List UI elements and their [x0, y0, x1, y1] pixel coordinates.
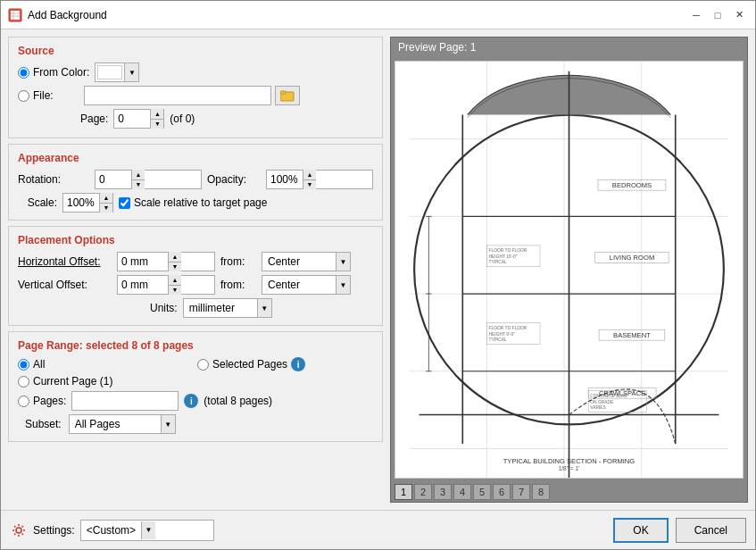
gear-icon: [12, 523, 26, 538]
svg-text:TYPICAL: TYPICAL: [489, 260, 508, 264]
h-offset-arrows: ▲ ▼: [168, 252, 181, 271]
all-label: All: [33, 358, 45, 371]
v-from-dropdown-arrow[interactable]: ▼: [336, 276, 350, 294]
maximize-button[interactable]: □: [709, 6, 727, 24]
source-title: Source: [18, 45, 373, 57]
preview-tab-2[interactable]: 2: [414, 484, 432, 500]
total-pages-label: (total 8 pages): [204, 395, 272, 407]
preview-tab-1[interactable]: 1: [395, 484, 412, 500]
h-offset-input[interactable]: 0 mm: [118, 253, 168, 271]
subset-dropdown-arrow[interactable]: ▼: [161, 415, 175, 433]
title-bar: Add Background ─ □ ✕: [1, 1, 755, 29]
rotation-label: Rotation:: [18, 173, 89, 186]
pages-radio[interactable]: [18, 396, 29, 407]
units-dropdown-arrow[interactable]: ▼: [257, 299, 271, 317]
svg-rect-6: [280, 91, 286, 94]
from-color-radio[interactable]: [18, 67, 29, 79]
preview-tab-3[interactable]: 3: [434, 484, 452, 500]
pages-radio-label[interactable]: Pages:: [18, 395, 66, 407]
h-from-select[interactable]: Center ▼: [262, 252, 351, 271]
minimize-button[interactable]: ─: [687, 6, 705, 24]
file-path-input[interactable]: [84, 86, 271, 105]
svg-text:LIVING ROOM: LIVING ROOM: [610, 254, 655, 262]
opacity-input[interactable]: 100%: [267, 171, 303, 188]
v-offset-spinner[interactable]: 0 mm ▲ ▼: [117, 275, 215, 295]
svg-text:BASEMENT: BASEMENT: [613, 331, 651, 339]
opacity-up-btn[interactable]: ▲: [303, 170, 316, 180]
preview-panel: Preview Page: 1: [390, 37, 748, 503]
page-spinner-arrows: ▲ ▼: [150, 109, 163, 129]
preview-tab-8[interactable]: 8: [532, 484, 550, 500]
subset-select[interactable]: All Pages ▼: [69, 414, 176, 434]
footer: Settings: <Custom> ▼ OK Cancel: [1, 510, 755, 549]
cancel-button[interactable]: Cancel: [676, 518, 746, 543]
svg-text:HEIGHT 9'-0": HEIGHT 9'-0": [489, 332, 516, 337]
v-offset-down-btn[interactable]: ▼: [169, 286, 181, 296]
page-range-section: Page Range: selected 8 of 8 pages All Se…: [8, 331, 383, 442]
rotation-arrows: ▲ ▼: [131, 170, 145, 189]
h-offset-down-btn[interactable]: ▼: [169, 262, 181, 272]
scale-input[interactable]: 100%: [63, 194, 99, 212]
scale-up-btn[interactable]: ▲: [100, 193, 112, 204]
color-picker-btn[interactable]: ▼: [95, 62, 139, 82]
preview-tab-6[interactable]: 6: [493, 484, 511, 500]
file-row: File:: [18, 86, 373, 105]
svg-text:BEDROOMS: BEDROOMS: [612, 181, 652, 189]
ok-button[interactable]: OK: [613, 518, 668, 543]
browse-button[interactable]: [275, 86, 300, 105]
settings-dropdown-arrow[interactable]: ▼: [141, 521, 155, 539]
rotation-down-btn[interactable]: ▼: [132, 180, 145, 190]
preview-tab-7[interactable]: 7: [512, 484, 530, 500]
footer-right: OK Cancel: [613, 518, 746, 543]
scale-spinner[interactable]: 100% ▲ ▼: [62, 193, 113, 212]
v-from-label: from:: [220, 279, 256, 291]
file-radio-label[interactable]: File:: [18, 89, 80, 102]
rotation-spinner[interactable]: 0 ▲ ▼: [95, 170, 202, 189]
pages-input[interactable]: [71, 391, 179, 411]
page-value-input[interactable]: 0: [114, 110, 150, 128]
preview-tab-4[interactable]: 4: [453, 484, 471, 500]
from-color-row: From Color: ▼: [18, 62, 373, 82]
current-page-radio[interactable]: [18, 376, 29, 388]
scale-relative-checkbox[interactable]: [119, 197, 130, 209]
opacity-down-btn[interactable]: ▼: [303, 180, 316, 190]
page-spinner[interactable]: 0 ▲ ▼: [113, 109, 164, 129]
units-select[interactable]: millimeter ▼: [183, 298, 272, 318]
h-offset-spinner[interactable]: 0 mm ▲ ▼: [117, 252, 215, 271]
from-color-radio-label[interactable]: From Color:: [18, 66, 89, 79]
v-offset-up-btn[interactable]: ▲: [169, 275, 181, 286]
color-swatch: [97, 65, 122, 79]
svg-text:FLOOR TO FLOOR: FLOOR TO FLOOR: [489, 326, 528, 330]
all-radio-label[interactable]: All: [18, 357, 194, 371]
close-button[interactable]: ✕: [730, 6, 748, 24]
selected-pages-label: Selected Pages: [212, 358, 287, 371]
title-bar-controls: ─ □ ✕: [687, 6, 748, 24]
opacity-spinner[interactable]: 100% ▲ ▼: [266, 170, 373, 189]
v-from-select[interactable]: Center ▼: [262, 275, 351, 295]
units-value: millimeter: [184, 302, 257, 314]
current-page-radio-label[interactable]: Current Page (1): [18, 375, 194, 388]
settings-icon: [10, 521, 28, 539]
page-increment-btn[interactable]: ▲: [151, 109, 163, 120]
svg-text:HEIGHT 10'-0": HEIGHT 10'-0": [489, 254, 518, 259]
settings-select[interactable]: <Custom> ▼: [80, 520, 214, 541]
rotation-up-btn[interactable]: ▲: [132, 170, 145, 180]
preview-tab-5[interactable]: 5: [473, 484, 491, 500]
content-area: Source From Color: ▼ File:: [1, 29, 755, 510]
selected-pages-radio[interactable]: [197, 359, 209, 371]
file-radio[interactable]: [18, 90, 29, 102]
scale-arrows: ▲ ▼: [99, 193, 112, 212]
color-dropdown-arrow[interactable]: ▼: [124, 63, 138, 81]
v-offset-input[interactable]: 0 mm: [118, 276, 168, 294]
scale-down-btn[interactable]: ▼: [100, 204, 112, 213]
all-radio[interactable]: [18, 359, 29, 371]
svg-text:TYPICAL: TYPICAL: [489, 338, 508, 342]
page-decrement-btn[interactable]: ▼: [151, 120, 163, 129]
of-total-label: (of 0): [170, 112, 195, 125]
h-offset-up-btn[interactable]: ▲: [169, 252, 181, 262]
h-from-dropdown-arrow[interactable]: ▼: [336, 253, 350, 271]
h-from-label: from:: [220, 255, 256, 268]
rotation-input[interactable]: 0: [96, 171, 131, 188]
preview-content: BEDROOMS LIVING ROOM BASEMENT CRAWLSPACE: [391, 57, 747, 482]
selected-pages-radio-label[interactable]: Selected Pages i: [197, 357, 373, 371]
